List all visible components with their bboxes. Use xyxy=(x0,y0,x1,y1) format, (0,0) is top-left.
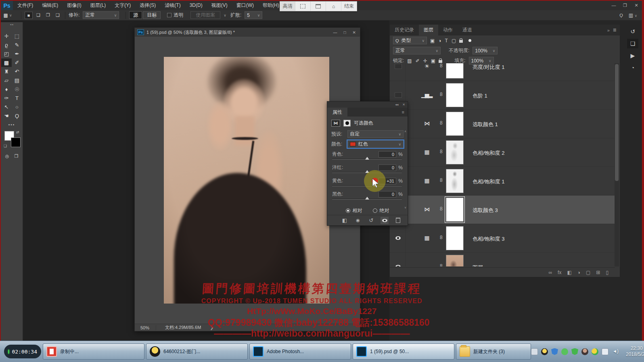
actions-panel-icon[interactable] xyxy=(627,51,638,60)
crop-tool[interactable] xyxy=(1,50,12,58)
quick-selection-tool[interactable] xyxy=(12,41,22,49)
filter-type-dropdown[interactable]: Ϙ 类型 ∨ xyxy=(393,37,427,44)
layer-row[interactable]: 8 选取颜色 1 xyxy=(390,110,615,138)
end-recording-button[interactable]: 结束 xyxy=(341,2,357,11)
lock-option-icon[interactable] xyxy=(416,58,420,64)
close-button[interactable]: ✕ xyxy=(631,1,642,10)
scrollbar-thumb[interactable] xyxy=(615,64,619,181)
network-tray-icon[interactable] xyxy=(602,348,608,355)
lock-option-icon[interactable] xyxy=(431,58,435,64)
marquee-tool[interactable] xyxy=(12,32,22,40)
slider-value-field[interactable]: 0 xyxy=(378,151,396,158)
hand-tool[interactable] xyxy=(1,112,12,120)
slider-track[interactable] xyxy=(332,199,402,200)
panel-overflow-icon[interactable]: » xyxy=(607,28,610,33)
adjustment-type-icon[interactable] xyxy=(421,120,432,127)
mask-link-icon[interactable]: 8 xyxy=(440,120,443,126)
menu-item[interactable]: 文字(Y) xyxy=(110,1,135,10)
filter-lock-icon[interactable] xyxy=(459,40,463,43)
volume-tray-icon[interactable] xyxy=(612,348,619,355)
mask-link-icon[interactable]: 8 xyxy=(440,206,443,212)
delete-adjustment-icon[interactable] xyxy=(394,217,402,224)
layer-row[interactable]: 8 色相/饱和度 3 xyxy=(390,224,615,253)
link-layers-icon[interactable] xyxy=(548,270,552,275)
layer-name[interactable]: 色相/饱和度 2 xyxy=(473,150,504,157)
new-group-icon[interactable] xyxy=(586,270,590,275)
adjustment-type-icon[interactable] xyxy=(421,206,432,212)
menu-item[interactable]: 文件(F) xyxy=(13,1,38,10)
doc-close-button[interactable]: ✕ xyxy=(353,30,356,35)
taskbar-button[interactable]: 录制中... xyxy=(43,343,144,360)
transparent-checkbox[interactable]: 透明 xyxy=(167,12,183,19)
layer-mask-thumbnail[interactable] xyxy=(446,198,464,222)
delete-layer-icon[interactable] xyxy=(606,270,608,275)
default-colors-icon[interactable]: ❏ xyxy=(4,144,7,148)
target-button[interactable]: 目标 xyxy=(143,11,161,19)
mask-link-icon[interactable]: 8 xyxy=(440,149,443,154)
filter-kind-icon[interactable] xyxy=(445,38,448,44)
layer-name[interactable]: 色阶 1 xyxy=(473,92,487,100)
layer-visibility-toggle[interactable] xyxy=(395,264,402,266)
history-panel-icon[interactable] xyxy=(627,27,638,36)
screen-mode-button[interactable]: ❐ xyxy=(14,154,18,159)
layer-name[interactable]: 图层 xyxy=(473,264,483,266)
panel-tab[interactable]: 历史记录 xyxy=(390,25,419,35)
layers-scrollbar[interactable] xyxy=(615,63,619,266)
blend-mode-dropdown[interactable]: 正常 ∨ xyxy=(393,47,441,54)
layer-name[interactable]: 亮度/对比度 1 xyxy=(473,64,504,71)
panel-tab[interactable]: 图层 xyxy=(419,25,438,35)
doc-minimize-button[interactable]: — xyxy=(333,30,337,35)
mask-link-icon[interactable]: 8 xyxy=(440,235,443,240)
keyboard-tray-icon[interactable] xyxy=(531,348,538,355)
type-tool[interactable] xyxy=(12,94,22,102)
layer-name[interactable]: 选取颜色 3 xyxy=(473,207,498,214)
home-button[interactable] xyxy=(326,2,341,11)
relative-radio[interactable]: 相对 xyxy=(346,207,362,214)
filter-kind-icon[interactable] xyxy=(438,38,441,44)
gradient-tool[interactable] xyxy=(12,76,22,85)
status-expander-icon[interactable]: ❯ xyxy=(210,325,213,330)
layer-row[interactable]: 8 色相/饱和度 2 xyxy=(390,138,615,167)
menu-item[interactable]: 视图(V) xyxy=(207,1,232,10)
lock-all-icon[interactable] xyxy=(439,60,442,63)
layer-row[interactable]: 8 选取颜色 3 xyxy=(390,196,615,224)
layer-row[interactable]: 8 亮度/对比度 1 xyxy=(390,63,615,81)
layer-name[interactable]: 选取颜色 1 xyxy=(473,121,498,128)
properties-tab[interactable]: 属性 xyxy=(327,108,347,117)
adjustment-type-icon[interactable] xyxy=(421,177,432,184)
history-brush-tool[interactable] xyxy=(12,67,22,76)
quick-mask-button[interactable]: ◎ xyxy=(5,154,9,159)
layer-mask-thumbnail[interactable] xyxy=(446,83,464,107)
filter-kind-icon[interactable] xyxy=(430,38,435,44)
document-titlebar[interactable]: Ps 1 (59).psd @ 50% (选取颜色 3, 图层蒙版/8) * —… xyxy=(135,28,360,37)
add-layer-mask-icon[interactable] xyxy=(567,270,571,275)
pen-tool[interactable] xyxy=(1,94,12,102)
properties-scrollbar[interactable]: ∧ ∨ xyxy=(404,130,407,209)
layer-visibility-toggle[interactable] xyxy=(395,235,402,241)
taskbar-button[interactable]: 1 (59).psd @ 50... xyxy=(353,343,454,360)
region-capture-button[interactable] xyxy=(295,2,311,11)
collapse-toolbar-icon[interactable]: ◂◂ xyxy=(1,22,23,26)
preset-dropdown[interactable]: 自定 ∨ xyxy=(347,130,404,138)
clip-to-layer-icon[interactable] xyxy=(341,217,349,224)
slider-value-field[interactable]: 0 xyxy=(378,191,396,198)
layer-visibility-toggle[interactable] xyxy=(395,92,402,98)
mask-link-icon[interactable]: 8 xyxy=(440,263,443,266)
lasso-tool[interactable] xyxy=(1,41,12,49)
move-tool[interactable] xyxy=(1,32,12,40)
security-shield-tray-icon[interactable] xyxy=(551,348,558,355)
selection-mode-icon[interactable] xyxy=(34,12,42,19)
menu-item[interactable]: 编辑(E) xyxy=(38,1,63,10)
selection-mode-icon[interactable] xyxy=(44,12,52,19)
layer-row[interactable]: 8 色相/饱和度 1 xyxy=(390,167,615,196)
antivirus-tray-icon[interactable] xyxy=(571,348,578,355)
selection-mode-icon[interactable] xyxy=(54,12,62,19)
window-capture-button[interactable] xyxy=(311,2,326,11)
slider-thumb[interactable] xyxy=(365,197,369,200)
menu-item[interactable]: 图像(I) xyxy=(63,1,86,10)
zoom-level-field[interactable]: 50% xyxy=(140,325,156,330)
filter-kind-icon[interactable] xyxy=(452,38,456,44)
menu-item[interactable]: 窗口(W) xyxy=(232,1,258,10)
background-color-swatch[interactable] xyxy=(11,137,21,147)
layer-name[interactable]: 色相/饱和度 1 xyxy=(473,178,504,185)
